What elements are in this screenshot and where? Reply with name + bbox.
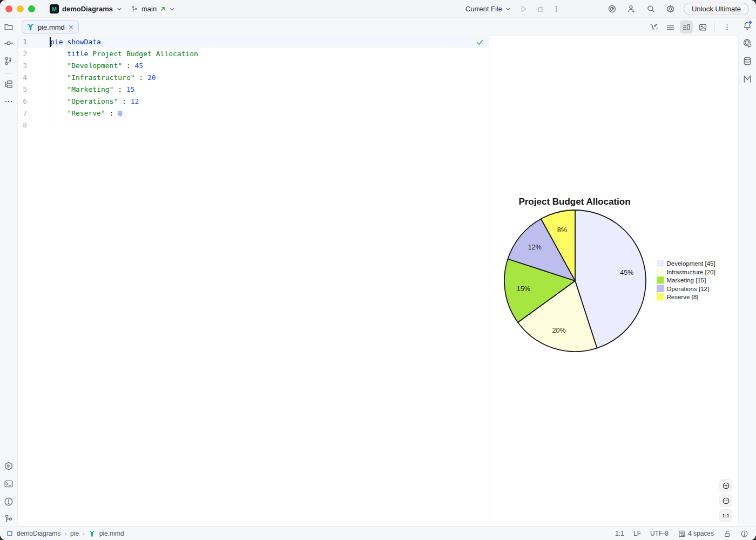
readonly-toggle[interactable] xyxy=(723,530,731,538)
code-line-6[interactable]: "Operations" : 12 xyxy=(18,96,489,107)
close-icon[interactable] xyxy=(68,24,74,30)
code-line-5[interactable]: "Marketing" : 15 xyxy=(18,84,489,96)
git-branch-icon xyxy=(131,5,138,13)
notifications-button[interactable] xyxy=(742,21,753,31)
breadcrumb-folder[interactable]: pie xyxy=(70,530,79,537)
ai-chat-icon xyxy=(742,38,752,48)
more-tool-windows-button[interactable] xyxy=(3,96,14,107)
tab-pie-mmd[interactable]: pie.mmd xyxy=(22,21,79,33)
code-line-8[interactable] xyxy=(18,119,489,131)
project-tool-button[interactable] xyxy=(3,22,14,32)
minimize-window-button[interactable] xyxy=(17,5,24,12)
terminal-tool-button[interactable] xyxy=(3,478,14,489)
vcs-tool-button[interactable] xyxy=(3,56,14,66)
error-circle-icon xyxy=(740,530,748,538)
structure-tool-button[interactable] xyxy=(3,79,14,90)
database-tool-button[interactable] xyxy=(742,56,753,66)
breadcrumb-separator: › xyxy=(64,530,66,537)
terminal-icon xyxy=(4,479,14,489)
strip-divider xyxy=(4,73,13,74)
main-content: 12345678 pie showData title Project Budg… xyxy=(17,36,739,526)
editor-options-button[interactable] xyxy=(720,21,733,33)
inspections-status-widget[interactable] xyxy=(476,38,484,48)
fullscreen-window-button[interactable] xyxy=(28,5,35,12)
ai-chat-tool-button[interactable] xyxy=(742,38,753,49)
editor-only-icon xyxy=(666,23,675,32)
breadcrumb: demoDiagrams › pie › pie.mmd xyxy=(0,530,124,537)
structure-icon xyxy=(4,79,14,89)
add-user-button[interactable] xyxy=(627,4,636,14)
code-line-1[interactable]: pie showData xyxy=(18,36,489,48)
pie-percent-label: 15% xyxy=(517,285,530,293)
legend-swatch xyxy=(657,268,664,276)
zoom-out-icon xyxy=(722,497,730,505)
commit-tool-button[interactable] xyxy=(3,38,14,49)
run-button[interactable] xyxy=(519,4,528,14)
legend-swatch xyxy=(657,260,664,267)
git-branch-icon xyxy=(4,514,14,524)
ai-assistant-button[interactable] xyxy=(608,4,617,14)
editor-only-button[interactable] xyxy=(664,21,677,33)
problems-icon xyxy=(4,497,14,507)
pie-chart: Project Budget Allocation45%20%15%12%8%D… xyxy=(490,36,739,526)
indent-widget[interactable]: 4 spaces xyxy=(678,530,714,538)
preview-zoom-controls: 1:1 xyxy=(720,480,732,522)
editor-tab-bar: pie.mmd ? xyxy=(17,18,739,36)
close-window-button[interactable] xyxy=(5,5,12,12)
more-run-actions-button[interactable] xyxy=(552,5,561,13)
branch-widget[interactable]: main xyxy=(129,3,178,15)
unlock-ultimate-button[interactable]: Unlock Ultimate xyxy=(684,3,749,15)
code-line-4[interactable]: "Infrastructure" : 20 xyxy=(18,72,489,84)
error-analysis-widget[interactable] xyxy=(740,530,748,538)
zoom-in-button[interactable] xyxy=(720,480,732,491)
mermaid-preview-pane[interactable]: Project Budget Allocation45%20%15%12%8%D… xyxy=(490,36,738,526)
zoom-reset-button[interactable]: 1:1 xyxy=(720,510,732,522)
preview-only-button[interactable] xyxy=(696,21,709,33)
chevron-down-icon xyxy=(169,6,176,12)
services-tool-button[interactable] xyxy=(3,461,14,471)
code-line-3[interactable]: "Development" : 45 xyxy=(18,60,489,72)
pie-percent-label: 45% xyxy=(620,269,633,276)
settings-button[interactable] xyxy=(666,4,675,14)
project-avatar: M xyxy=(50,4,59,14)
toolbar-divider xyxy=(714,23,715,31)
mermaid-settings-button[interactable]: ? xyxy=(647,21,660,33)
notification-badge xyxy=(748,21,752,24)
breadcrumb-file[interactable]: pie.mmd xyxy=(99,530,124,537)
run-cluster: Current File xyxy=(465,3,561,15)
split-view-button[interactable] xyxy=(680,21,693,33)
code-editor[interactable]: 12345678 pie showData title Project Budg… xyxy=(18,36,489,526)
breadcrumb-project[interactable]: demoDiagrams xyxy=(17,530,60,537)
arrow-up-right-icon xyxy=(160,6,166,12)
text-caret xyxy=(50,37,51,47)
title-bar: M demoDiagrams main Current File xyxy=(0,0,756,18)
search-everywhere-button[interactable] xyxy=(646,4,656,14)
pie-percent-label: 8% xyxy=(557,226,567,234)
vcs-icon xyxy=(4,56,14,66)
caret-position-widget[interactable]: 1:1 xyxy=(615,530,624,537)
check-icon xyxy=(476,38,484,46)
statusbar-widgets: 1:1 LF UTF-8 4 spaces xyxy=(615,530,756,538)
line-separator-widget[interactable]: LF xyxy=(633,530,641,537)
pie-percent-label: 12% xyxy=(528,244,542,251)
svg-text:?: ? xyxy=(655,26,658,31)
project-widget[interactable]: M demoDiagrams xyxy=(48,3,125,15)
git-tool-button[interactable] xyxy=(3,514,14,524)
code-line-7[interactable]: "Reserve" : 8 xyxy=(18,107,489,119)
code-line-2[interactable]: title Project Budget Allocation xyxy=(18,48,489,60)
mermaid-panel-icon xyxy=(742,74,752,84)
split-view-icon xyxy=(682,23,691,32)
project-name: demoDiagrams xyxy=(62,5,113,13)
add-user-icon xyxy=(627,4,636,14)
ide-window: M demoDiagrams main Current File xyxy=(0,0,756,540)
project-square-icon xyxy=(6,530,13,537)
preview-only-icon xyxy=(698,23,707,32)
run-configuration-select[interactable]: Current File xyxy=(465,5,511,13)
tab-label: pie.mmd xyxy=(38,23,65,31)
mermaid-panel-tool-button[interactable] xyxy=(742,73,753,84)
debug-button[interactable] xyxy=(536,4,545,14)
kebab-icon xyxy=(723,23,731,31)
problems-tool-button[interactable] xyxy=(3,496,14,507)
encoding-widget[interactable]: UTF-8 xyxy=(650,530,669,537)
zoom-out-button[interactable] xyxy=(720,495,732,507)
